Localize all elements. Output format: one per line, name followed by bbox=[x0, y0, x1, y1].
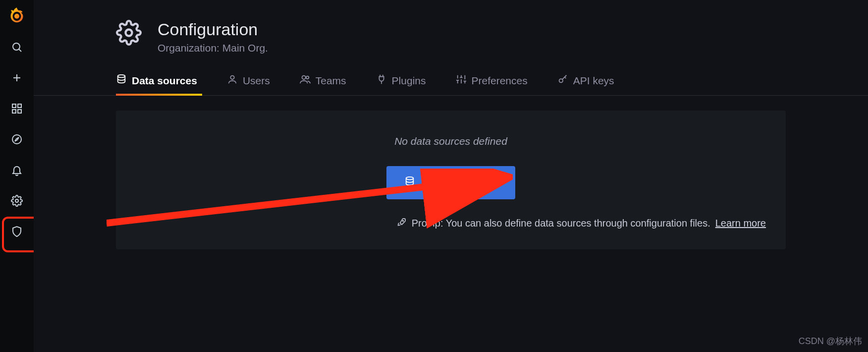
tab-label: Preferences bbox=[472, 75, 528, 87]
watermark: CSDN @杨林伟 bbox=[799, 335, 862, 347]
svg-rect-4 bbox=[18, 110, 21, 113]
svg-rect-3 bbox=[12, 110, 16, 113]
rocket-icon bbox=[397, 217, 407, 230]
svg-marker-6 bbox=[15, 137, 19, 141]
bell-icon[interactable] bbox=[7, 161, 26, 179]
page-subtitle: Organization: Main Org. bbox=[158, 42, 268, 54]
svg-point-13 bbox=[559, 79, 562, 82]
svg-point-15 bbox=[402, 221, 403, 222]
svg-point-11 bbox=[302, 76, 305, 79]
tab-users[interactable]: Users bbox=[227, 74, 275, 95]
tab-label: Plugins bbox=[392, 75, 426, 87]
sliders-icon bbox=[456, 74, 467, 87]
plus-icon[interactable] bbox=[7, 68, 26, 87]
users-icon bbox=[300, 74, 311, 87]
apps-icon[interactable] bbox=[7, 99, 26, 118]
svg-point-14 bbox=[406, 177, 413, 180]
page-header: Configuration Organization: Main Org. bbox=[34, 20, 868, 54]
tab-preferences[interactable]: Preferences bbox=[456, 74, 533, 95]
protip-text: ProTip: You can also define data sources… bbox=[412, 218, 710, 229]
tabs: Data sources Users Teams Plugins Prefere… bbox=[34, 74, 868, 96]
key-icon bbox=[557, 74, 568, 87]
svg-point-5 bbox=[12, 135, 21, 144]
svg-rect-1 bbox=[12, 104, 16, 108]
svg-rect-2 bbox=[18, 104, 21, 108]
tab-apikeys[interactable]: API keys bbox=[557, 74, 619, 95]
tab-label: Teams bbox=[316, 75, 346, 87]
tab-plugins[interactable]: Plugins bbox=[376, 74, 431, 95]
gear-icon[interactable] bbox=[7, 191, 26, 210]
svg-point-10 bbox=[230, 76, 234, 79]
learn-more-link[interactable]: Learn more bbox=[715, 218, 766, 229]
empty-state-text: No data sources defined bbox=[394, 135, 507, 147]
main-content: Configuration Organization: Main Org. Da… bbox=[34, 0, 868, 352]
database-icon bbox=[116, 74, 127, 87]
search-icon[interactable] bbox=[7, 38, 26, 57]
compass-icon[interactable] bbox=[7, 130, 26, 149]
svg-point-7 bbox=[15, 199, 18, 202]
svg-point-0 bbox=[13, 43, 20, 50]
svg-point-8 bbox=[126, 30, 132, 36]
sidebar bbox=[0, 0, 34, 352]
tab-label: Data sources bbox=[132, 75, 197, 87]
tab-teams[interactable]: Teams bbox=[300, 74, 351, 95]
plug-icon bbox=[376, 74, 387, 87]
protip: ProTip: You can also define data sources… bbox=[397, 217, 766, 230]
tab-datasources[interactable]: Data sources bbox=[116, 74, 202, 95]
tab-label: Users bbox=[243, 75, 270, 87]
database-icon bbox=[404, 176, 415, 189]
grafana-logo[interactable] bbox=[7, 6, 27, 26]
svg-point-12 bbox=[306, 76, 309, 79]
page-title: Configuration bbox=[158, 20, 268, 39]
user-icon bbox=[227, 74, 238, 87]
tab-label: API keys bbox=[573, 75, 614, 87]
svg-point-9 bbox=[118, 75, 125, 78]
shield-icon[interactable] bbox=[7, 222, 26, 241]
button-label: Add data source bbox=[422, 177, 498, 189]
add-data-source-button[interactable]: Add data source bbox=[386, 166, 516, 199]
gear-icon bbox=[116, 20, 142, 48]
content-card: No data sources defined Add data source … bbox=[116, 111, 786, 249]
